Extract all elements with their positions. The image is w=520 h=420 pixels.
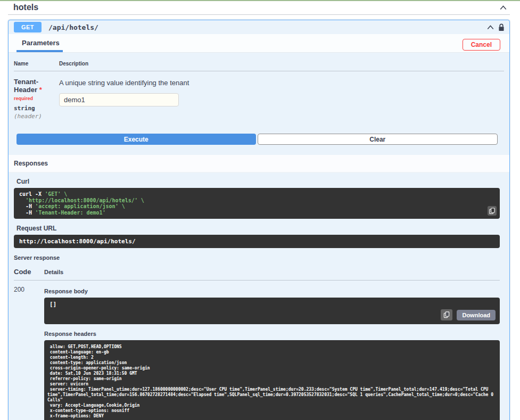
tab-header: Parameters Cancel (9, 34, 509, 53)
required-star: * (39, 86, 42, 94)
server-response-row: 200 Response body [] Download (14, 281, 500, 420)
operation-path: /api/hotels/ (48, 23, 486, 31)
curl-label: Curl (16, 178, 500, 185)
server-response-table-header: Code Details (14, 268, 500, 281)
responses-section-header: Responses (9, 155, 509, 172)
response-headers-label: Response headers (44, 331, 500, 337)
response-body-label: Response body (44, 288, 500, 294)
live-responses-section: Curl curl -X 'GET' \ 'http://localhost:8… (9, 172, 509, 420)
column-header-name: Name (14, 61, 59, 67)
code-column-header: Code (14, 268, 44, 276)
details-column-header: Details (44, 269, 63, 275)
response-body-block: [] Download (44, 298, 500, 324)
parameter-description: A unique string value identifying the te… (59, 78, 504, 87)
curl-code: curl -X 'GET' \ 'http://localhost:8000/a… (19, 191, 494, 216)
tab-parameters[interactable]: Parameters (16, 39, 63, 52)
copy-curl-button[interactable] (488, 206, 497, 216)
auth-lock-icon[interactable] (498, 23, 505, 31)
clear-button[interactable]: Clear (258, 134, 498, 145)
server-response-label: Server response (14, 254, 500, 261)
tab-parameters-label: Parameters (22, 39, 60, 47)
column-header-description: Description (59, 61, 504, 67)
parameters-section: Name Description Tenant- Header * requir… (9, 53, 509, 134)
parameter-name: Tenant- Header * required (14, 78, 59, 103)
collapse-operation-icon[interactable] (486, 24, 494, 31)
curl-command-block: curl -X 'GET' \ 'http://localhost:8000/a… (14, 188, 500, 219)
request-url-label: Request URL (16, 225, 500, 232)
parameter-type: string (14, 105, 59, 112)
tenant-header-input[interactable] (59, 93, 179, 106)
parameters-table-header: Name Description (14, 61, 504, 71)
opblock-summary[interactable]: GET /api/hotels/ (9, 20, 509, 34)
collapse-tag-icon[interactable] (499, 4, 507, 11)
tag-title: hotels (13, 3, 38, 12)
response-body-value: [] (49, 301, 494, 308)
cancel-button[interactable]: Cancel (463, 39, 500, 51)
status-code: 200 (14, 286, 44, 420)
execute-wrapper: Execute Clear (16, 134, 498, 145)
response-headers-value: allow: GET,POST,HEAD,OPTIONS content-lan… (47, 344, 497, 419)
opblock-get-hotels: GET /api/hotels/ Parameters Cancel Name … (8, 20, 510, 420)
tag-header-hotels[interactable]: hotels (8, 1, 510, 15)
request-url-value: http://localhost:8000/api/hotels/ (14, 235, 500, 248)
clipboard-icon (489, 208, 495, 215)
copy-response-button[interactable] (441, 309, 452, 320)
execute-button[interactable]: Execute (16, 134, 256, 145)
required-label: required (14, 96, 33, 101)
response-headers-block: allow: GET,POST,HEAD,OPTIONS content-lan… (44, 340, 500, 420)
clipboard-icon (443, 311, 450, 318)
download-button[interactable]: Download (457, 310, 496, 320)
parameter-location: (header) (14, 113, 59, 120)
parameter-row: Tenant- Header * required string (header… (14, 71, 504, 134)
responses-section-title: Responses (14, 160, 48, 167)
method-badge: GET (14, 22, 42, 32)
